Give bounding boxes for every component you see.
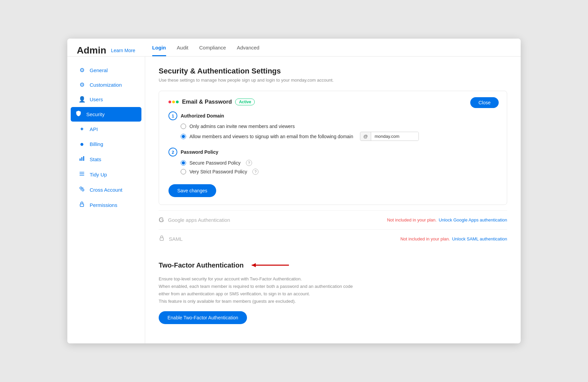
users-icon: 👤 [78,96,86,103]
tab-audit[interactable]: Audit [177,45,188,56]
billing-icon: ● [78,140,86,148]
two-factor-desc-line-4: This feature is only available for team … [159,298,507,305]
two-factor-desc-line-3: either from an authentication app or SMS… [159,290,507,298]
sidebar-item-stats[interactable]: Stats [71,152,141,167]
sidebar-item-label: Customization [90,82,122,88]
policy-radio-2[interactable] [181,169,186,174]
svg-point-3 [80,187,82,189]
sidebar-item-label: Billing [90,141,103,147]
policy-radio-1[interactable] [181,160,186,166]
google-auth-row: G Google apps Authentication Not include… [159,210,507,229]
step-2-number: 2 [168,148,177,156]
main-content: Security & Authentication Settings Use t… [145,57,521,343]
page-title: Security & Authentication Settings [159,67,507,76]
gear-icon: ⚙ [78,67,86,74]
two-factor-desc-line-1: Ensure top-level security for your accou… [159,275,507,283]
authorized-domain-options: Only admins can invite new members and v… [168,124,497,141]
sidebar-item-api[interactable]: ✦ API [71,122,141,136]
enable-2fa-button[interactable]: Enable Two-Factor Authentication [159,311,247,324]
authorized-domain-step: 1 Authorized Domain Only admins can invi… [168,111,497,141]
sidebar-item-users[interactable]: 👤 Users [71,92,141,106]
sidebar-item-label: API [90,126,98,132]
saml-title: SAML [169,236,400,242]
domain-input[interactable] [371,132,419,141]
policy-2-help-icon[interactable]: ? [252,169,258,175]
google-icon: G [159,216,164,224]
tab-compliance[interactable]: Compliance [199,45,226,56]
step-2-title: Password Policy [181,149,218,155]
domain-at-symbol: @ [360,132,371,141]
stats-icon [78,155,86,163]
two-factor-title-text: Two-Factor Authentication [159,261,244,269]
two-factor-section: Two-Factor Authentication Ensure top-lev… [159,258,507,324]
svg-rect-0 [80,158,81,161]
sidebar-item-permissions[interactable]: Permissions [71,198,141,212]
svg-rect-6 [160,238,164,240]
domain-input-wrapper: @ [360,132,419,141]
google-auth-title: Google apps Authentication [168,217,387,223]
sidebar-item-label: Permissions [90,202,117,208]
svg-rect-2 [83,156,84,161]
sidebar-item-label: Stats [90,156,101,162]
shield-icon [75,110,82,118]
active-badge: Active [235,99,255,105]
sidebar-item-security[interactable]: Security [71,107,141,122]
svg-marker-8 [252,263,256,267]
password-policy-options: Secure Password Policy ? Very Strict Pas… [168,160,497,175]
sidebar: ⚙ General ⚙ Customization 👤 Users Securi… [67,57,145,343]
crossaccount-icon [78,186,86,194]
policy-1-help-icon[interactable]: ? [246,160,252,166]
save-changes-button[interactable]: Save changes [168,184,216,197]
sidebar-item-crossaccount[interactable]: Cross Account [71,183,141,197]
google-unlock-link[interactable]: Unlock Google Apps authentication [439,217,507,222]
domain-option-2[interactable]: Allow members and viewers to signup with… [181,132,497,141]
sidebar-item-tidyup[interactable]: Tidy Up [71,167,141,182]
domain-option-2-label: Allow members and viewers to signup with… [189,134,353,139]
google-not-included: Not included in your plan. [387,217,437,222]
permissions-icon [78,201,86,209]
password-policy-step: 2 Password Policy Secure Password Policy… [168,148,497,175]
sidebar-item-label: General [90,67,108,73]
saml-lock-icon [159,235,165,243]
tab-advanced[interactable]: Advanced [237,45,259,56]
policy-option-1[interactable]: Secure Password Policy ? [181,160,497,166]
two-factor-desc-line-2: When enabled, each team member is requir… [159,283,507,290]
svg-point-4 [82,189,84,191]
sidebar-item-label: Users [90,97,103,102]
page-subtitle: Use these settings to manage how people … [159,78,507,83]
step-1-number: 1 [168,111,177,120]
close-button[interactable]: Close [470,97,499,108]
domain-radio-2[interactable] [181,134,186,139]
top-tabs: Login Audit Compliance Advanced [152,45,259,56]
saml-row: SAML Not included in your plan. Unlock S… [159,229,507,248]
sidebar-item-general[interactable]: ⚙ General [71,63,141,77]
policy-option-2[interactable]: Very Strict Password Policy ? [181,169,497,175]
sidebar-item-label: Cross Account [90,187,122,193]
section-title: Email & Password [182,99,232,105]
app-title: Admin [77,45,106,56]
tidyup-icon [78,171,86,178]
red-arrow-annotation [248,258,289,272]
sidebar-item-label: Tidy Up [90,172,107,177]
policy-option-1-label: Secure Password Policy [189,160,241,166]
svg-rect-1 [82,157,83,161]
monday-logo [168,101,179,103]
sidebar-item-billing[interactable]: ● Billing [71,137,141,151]
two-factor-description: Ensure top-level security for your accou… [159,275,507,305]
sidebar-item-customization[interactable]: ⚙ Customization [71,78,141,92]
saml-not-included: Not included in your plan. [400,236,450,241]
domain-option-1-label: Only admins can invite new members and v… [189,124,295,129]
tab-login[interactable]: Login [152,45,166,56]
domain-radio-1[interactable] [181,124,186,129]
domain-option-1[interactable]: Only admins can invite new members and v… [181,124,497,129]
section-header: Email & Password Active [168,99,497,105]
api-icon: ✦ [78,126,86,133]
saml-unlock-link[interactable]: Unlock SAML authentication [452,236,507,241]
svg-rect-5 [80,204,84,207]
sidebar-item-label: Security [86,111,105,117]
step-1-title: Authorized Domain [181,113,224,119]
email-password-section: Email & Password Active Close 1 Authoriz… [159,91,507,205]
two-factor-title-row: Two-Factor Authentication [159,258,507,272]
learn-more-link[interactable]: Learn More [111,48,135,53]
policy-option-2-label: Very Strict Password Policy [189,169,247,174]
